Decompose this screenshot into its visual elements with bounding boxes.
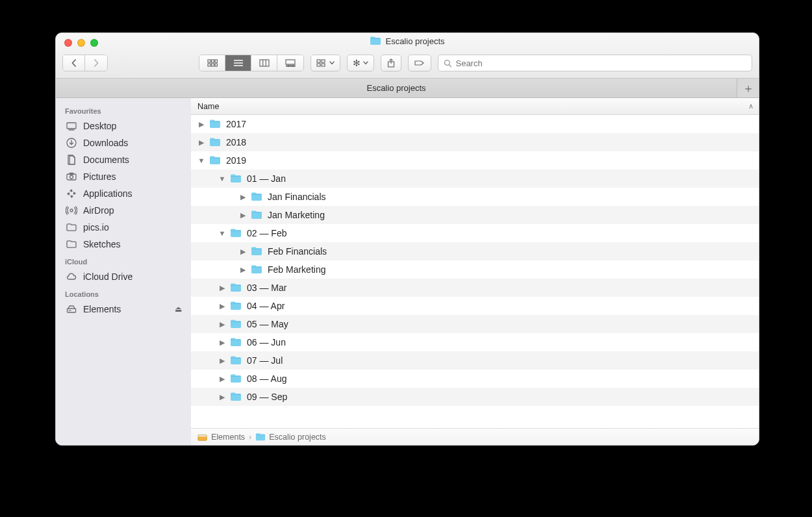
tags-button[interactable]: [408, 55, 431, 71]
disclosure-closed-icon[interactable]: ▶: [239, 193, 247, 201]
svg-rect-12: [260, 60, 269, 66]
file-row[interactable]: ▶07 — Jul: [191, 351, 759, 370]
sidebar-item-applications[interactable]: Applications: [56, 185, 191, 202]
svg-rect-8: [215, 64, 218, 66]
sidebar-item-icloud-drive[interactable]: iCloud Drive: [56, 268, 191, 285]
file-row[interactable]: ▶06 — Jun: [191, 333, 759, 351]
file-row[interactable]: ▶03 — Mar: [191, 279, 759, 297]
svg-rect-19: [294, 66, 296, 67]
disclosure-open-icon[interactable]: ▼: [197, 157, 205, 164]
view-icons-button[interactable]: [199, 55, 225, 71]
maximize-icon[interactable]: [90, 39, 98, 47]
file-row[interactable]: ▶2018: [191, 133, 759, 151]
minimize-icon[interactable]: [77, 39, 85, 47]
search-field[interactable]: [438, 55, 752, 71]
sidebar-item-documents[interactable]: Documents: [56, 151, 191, 168]
column-header[interactable]: Name ∧: [191, 98, 759, 115]
sidebar-item-sketches[interactable]: Sketches: [56, 236, 191, 253]
file-row[interactable]: ▼02 — Feb: [191, 224, 759, 242]
folder-icon: [251, 246, 264, 257]
sidebar: FavouritesDesktopDownloadsDocumentsPictu…: [56, 98, 191, 445]
sidebar-item-downloads[interactable]: Downloads: [56, 134, 191, 151]
tab-escalio-projects[interactable]: Escalio projects: [56, 79, 737, 97]
svg-point-33: [70, 209, 73, 212]
disclosure-closed-icon[interactable]: ▶: [218, 375, 226, 383]
file-row[interactable]: ▶Feb Marketing: [191, 260, 759, 279]
svg-point-32: [70, 175, 73, 179]
view-columns-button[interactable]: [251, 55, 277, 71]
forward-button[interactable]: [85, 55, 107, 71]
close-icon[interactable]: [64, 39, 72, 47]
file-label: 08 — Aug: [247, 373, 287, 384]
file-label: 03 — Mar: [247, 283, 286, 293]
column-name-header[interactable]: Name: [197, 102, 748, 111]
disclosure-closed-icon[interactable]: ▶: [239, 266, 247, 274]
sidebar-item-pics-io[interactable]: pics.io: [56, 219, 191, 236]
file-row[interactable]: ▶Feb Financials: [191, 242, 759, 260]
view-list-button[interactable]: [225, 55, 251, 71]
share-icon: [387, 58, 395, 68]
broadcast-icon: [65, 205, 78, 216]
file-row[interactable]: ▼01 — Jan: [191, 170, 759, 188]
file-label: 06 — Jun: [247, 337, 286, 347]
disclosure-closed-icon[interactable]: ▶: [218, 302, 226, 310]
search-input[interactable]: [455, 58, 746, 68]
disclosure-closed-icon[interactable]: ▶: [197, 138, 205, 147]
sidebar-item-elements[interactable]: Elements⏏: [56, 301, 191, 318]
folder-icon: [65, 238, 78, 250]
sidebar-item-label: Applications: [83, 188, 133, 199]
path-bar: Elements›Escalio projects: [191, 428, 759, 445]
file-list[interactable]: ▶2017▶2018▼2019▼01 — Jan▶Jan Financials▶…: [191, 115, 759, 428]
file-label: 2017: [226, 119, 246, 129]
file-row[interactable]: ▶04 — Apr: [191, 297, 759, 315]
disclosure-closed-icon[interactable]: ▶: [218, 284, 226, 292]
share-button[interactable]: [381, 55, 401, 71]
file-row[interactable]: ▶08 — Aug: [191, 370, 759, 388]
disclosure-closed-icon[interactable]: ▶: [218, 338, 226, 347]
disclosure-closed-icon[interactable]: ▶: [197, 120, 205, 129]
action-button[interactable]: ✻: [347, 55, 374, 71]
file-label: 2018: [226, 137, 246, 147]
path-segment[interactable]: Escalio projects: [255, 432, 326, 442]
sidebar-item-label: pics.io: [83, 222, 109, 233]
disclosure-open-icon[interactable]: ▼: [218, 229, 226, 237]
file-label: Jan Financials: [268, 192, 326, 202]
sidebar-item-label: iCloud Drive: [83, 271, 133, 282]
chevron-right-icon: [93, 59, 99, 67]
sort-up-icon[interactable]: ∧: [748, 102, 754, 110]
file-label: Jan Marketing: [268, 210, 325, 220]
file-label: 04 — Apr: [247, 301, 285, 311]
eject-icon[interactable]: ⏏: [175, 305, 182, 314]
view-gallery-button[interactable]: [277, 55, 303, 71]
file-row[interactable]: ▶2017: [191, 115, 759, 133]
disclosure-closed-icon[interactable]: ▶: [239, 247, 247, 256]
file-row[interactable]: ▼2019: [191, 151, 759, 170]
disclosure-closed-icon[interactable]: ▶: [239, 211, 247, 220]
nav-buttons: [62, 55, 108, 71]
camera-icon: [65, 171, 78, 183]
new-tab-button[interactable]: ＋: [737, 79, 759, 97]
svg-rect-18: [291, 66, 293, 67]
file-row[interactable]: ▶Jan Marketing: [191, 206, 759, 224]
chevron-down-icon: [329, 61, 335, 65]
disclosure-open-icon[interactable]: ▼: [218, 175, 226, 183]
file-row[interactable]: ▶05 — May: [191, 315, 759, 333]
back-button[interactable]: [63, 55, 85, 71]
file-label: 01 — Jan: [247, 173, 286, 184]
folder-icon: [230, 318, 243, 330]
folder-icon: [255, 432, 266, 442]
disclosure-closed-icon[interactable]: ▶: [218, 393, 226, 401]
file-label: 2019: [226, 155, 246, 166]
file-row[interactable]: ▶09 — Sep: [191, 388, 759, 406]
disclosure-closed-icon[interactable]: ▶: [218, 320, 226, 329]
apps-icon: [65, 188, 78, 199]
group-by-button[interactable]: [311, 55, 340, 71]
sidebar-item-airdrop[interactable]: AirDrop: [56, 202, 191, 219]
path-segment[interactable]: Elements: [197, 432, 245, 442]
sidebar-item-pictures[interactable]: Pictures: [56, 168, 191, 185]
desktop-icon: [65, 120, 78, 132]
sidebar-item-desktop[interactable]: Desktop: [56, 118, 191, 134]
disclosure-closed-icon[interactable]: ▶: [218, 357, 226, 365]
folder-icon: [230, 282, 243, 294]
file-row[interactable]: ▶Jan Financials: [191, 188, 759, 206]
